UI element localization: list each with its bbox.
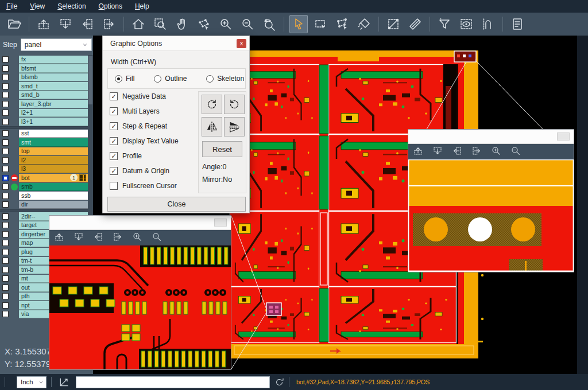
layer-row-smb[interactable]: smb [0,182,88,192]
tool-zoom-out[interactable] [238,15,257,33]
layer-checkbox[interactable] [2,157,9,163]
tool-shift-up[interactable] [34,15,53,33]
layer-checkbox[interactable] [2,302,9,309]
magnifier-tool-shift-up[interactable] [54,232,64,244]
layer-row-layer_3.gbr[interactable]: layer_3.gbr [0,100,88,109]
tool-open-file[interactable] [5,15,24,33]
flip-vertical-button[interactable] [224,117,245,136]
checkbox-datum-origin[interactable]: ✓Datum & Origin [107,163,179,178]
magnifier-tool-shift-left[interactable] [452,146,462,158]
tool-ruler[interactable] [406,15,424,33]
layer-label[interactable]: bot1 [19,174,88,182]
layer-label[interactable]: ssb [19,192,88,200]
checkbox-negative-data[interactable]: ✓Negative Data [107,89,179,104]
magnifier-tool-zoom-out[interactable] [510,146,521,158]
layer-checkbox[interactable] [2,101,9,107]
layer-checkbox[interactable] [2,92,9,98]
magnifier-tool-zoom-out[interactable] [152,232,162,244]
layer-checkbox[interactable] [2,275,9,282]
layer-row-l3+1[interactable]: l3+1 [0,118,88,127]
tool-zoom-previous[interactable] [260,15,278,33]
menu-view[interactable]: View [24,0,51,13]
layer-row-fx[interactable]: fx [0,55,88,64]
layer-checkbox[interactable] [2,201,9,208]
layer-checkbox[interactable] [2,166,9,172]
magnifier-tool-zoom-in[interactable] [132,232,142,244]
layer-label[interactable]: smd_b [19,91,88,100]
layer-label[interactable]: smb [19,183,88,192]
tool-home-view[interactable] [129,15,148,33]
tool-measure-distance[interactable] [384,15,403,33]
layer-row-smt[interactable]: smt [0,138,88,147]
layer-label[interactable]: l2 [19,156,88,165]
command-input[interactable] [76,376,270,388]
angle-measure-icon[interactable] [59,376,70,388]
reset-button[interactable]: Reset [202,141,242,157]
menu-selection[interactable]: Selection [51,0,92,13]
layer-row-bfsmb[interactable]: bfsmb [0,73,88,82]
tool-shift-right[interactable] [100,15,118,33]
layer-checkbox[interactable] [2,175,9,181]
menu-file[interactable]: File [0,0,24,13]
grid-icon[interactable] [79,174,86,181]
layer-checkbox[interactable] [2,311,9,317]
tool-drag-view[interactable] [195,15,213,33]
layer-checkbox[interactable] [2,148,9,154]
flip-horizontal-button[interactable] [202,117,222,136]
layer-checkbox[interactable] [2,193,9,199]
step-dropdown[interactable]: panel [21,38,92,51]
tool-rect-select[interactable] [311,15,330,33]
layer-checkbox[interactable] [2,284,9,291]
layer-label[interactable]: bfsmb [19,73,88,82]
tool-report[interactable] [508,15,527,33]
menu-help[interactable]: Help [129,0,156,13]
magnifier-tool-zoom-in[interactable] [491,146,501,158]
layer-label[interactable]: fx [19,56,88,64]
magnifier-tool-shift-down[interactable] [432,146,443,158]
tool-select[interactable] [289,15,308,33]
radio-outline[interactable]: Outline [154,75,187,83]
layer-row-ssb[interactable]: ssb [0,192,88,201]
layer-checkbox[interactable] [2,130,9,136]
layer-row-l2[interactable]: l2 [0,156,88,165]
layer-checkbox[interactable] [2,184,9,190]
layer-row-bfsmt[interactable]: bfsmt [0,64,88,73]
layer-label[interactable]: bfsmt [19,64,88,73]
magnifier-tool-shift-right[interactable] [471,146,482,158]
checkbox-profile[interactable]: ✓Profile [107,149,179,163]
tool-poly-select[interactable] [333,15,351,33]
magnifier-tool-shift-left[interactable] [93,232,103,244]
checkbox-multi-layers[interactable]: ✓Multi Layers [107,104,179,119]
layer-row-sst[interactable]: sst [0,129,88,138]
layer-checkbox[interactable] [2,74,9,80]
layer-checkbox[interactable] [2,240,9,246]
layer-checkbox[interactable] [2,213,9,220]
rotate-cw-button[interactable] [202,95,222,114]
checkbox-fullscreen-cursor[interactable]: Fullscreen Cursor [107,178,179,193]
layer-checkbox[interactable] [2,249,9,255]
close-button[interactable]: Close [107,197,246,212]
layer-label[interactable]: l3+1 [19,118,88,126]
layer-label[interactable]: l3 [19,165,88,174]
layer-row-bot[interactable]: bot1 [0,174,88,183]
layer-row-smd_b[interactable]: smd_b [0,91,88,100]
layer-checkbox[interactable] [2,139,9,146]
tool-pan[interactable] [173,15,191,33]
magnifier-tool-shift-up[interactable] [413,146,423,158]
tool-shift-down[interactable] [56,15,75,33]
rotate-ccw-button[interactable] [224,95,245,114]
layer-label[interactable]: sst [19,130,88,138]
layer-checkbox[interactable] [2,83,9,89]
layer-checkbox[interactable] [2,293,9,299]
radio-fill[interactable]: Fill [115,75,134,83]
checkbox-display-text-value[interactable]: ✓Display Text Value [107,134,179,149]
layer-checkbox[interactable] [2,65,9,72]
layer-row-l3[interactable]: l3 [0,165,88,174]
dialog-close-button[interactable]: x [237,39,246,48]
magnifier-tool-shift-down[interactable] [74,232,84,244]
layer-checkbox[interactable] [2,231,9,237]
tool-preview[interactable] [457,15,475,33]
tool-filter[interactable] [435,15,454,33]
magnifier-titlebar[interactable] [49,216,231,230]
layer-label[interactable]: l2+1 [19,109,88,118]
